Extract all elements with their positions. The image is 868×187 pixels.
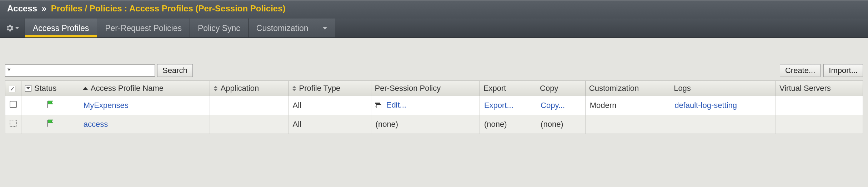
tab-label: Access Profiles	[33, 24, 89, 33]
profile-type-cell: All	[293, 101, 301, 110]
create-button[interactable]: Create...	[780, 64, 821, 77]
profiles-table: Status Access Profile Name Application P…	[5, 80, 863, 134]
col-label: Status	[34, 84, 56, 93]
gear-menu[interactable]	[0, 19, 25, 37]
tab-customization[interactable]: Customization	[249, 19, 335, 37]
svg-rect-4	[376, 104, 381, 105]
col-name[interactable]: Access Profile Name	[79, 81, 210, 96]
breadcrumb-section: Access	[7, 4, 37, 13]
tab-access-profiles[interactable]: Access Profiles	[25, 19, 97, 37]
import-button[interactable]: Import...	[823, 64, 863, 77]
header-row: Status Access Profile Name Application P…	[5, 81, 863, 96]
logs-link[interactable]: default-log-setting	[674, 101, 737, 110]
filter-dropdown-icon	[25, 85, 31, 92]
col-export[interactable]: Export	[480, 81, 536, 96]
gear-icon	[6, 24, 14, 32]
col-profile-type[interactable]: Profile Type	[288, 81, 371, 96]
sort-asc-icon	[83, 87, 88, 90]
chevron-down-icon	[15, 27, 19, 29]
col-virtual-servers[interactable]: Virtual Servers	[776, 81, 863, 96]
export-cell: (none)	[484, 120, 507, 129]
col-label: Copy	[540, 84, 558, 93]
svg-rect-2	[375, 103, 380, 104]
row-checkbox-disabled	[10, 120, 17, 127]
col-copy[interactable]: Copy	[536, 81, 586, 96]
col-label: Profile Type	[299, 84, 341, 93]
col-label: Customization	[589, 84, 639, 93]
export-link[interactable]: Export...	[484, 101, 513, 110]
breadcrumb-path: Profiles / Policies : Access Profiles (P…	[51, 4, 286, 13]
col-label: Application	[221, 84, 259, 93]
top-bar: Access » Profiles / Policies : Access Pr…	[0, 0, 868, 38]
sort-icon	[214, 86, 218, 91]
col-logs[interactable]: Logs	[670, 81, 776, 96]
edit-link[interactable]: Edit...	[386, 100, 406, 109]
customization-cell: Modern	[590, 101, 617, 110]
tab-per-request-policies[interactable]: Per-Request Policies	[97, 19, 190, 37]
tab-label: Customization	[256, 24, 308, 33]
flag-icon	[45, 100, 55, 111]
chevron-down-icon	[323, 27, 327, 30]
sort-icon	[292, 86, 296, 91]
row-checkbox[interactable]	[10, 101, 17, 108]
breadcrumb: Access » Profiles / Policies : Access Pr…	[0, 1, 868, 19]
copy-link[interactable]: Copy...	[541, 101, 565, 110]
profile-name-link[interactable]: MyExpenses	[84, 101, 129, 110]
tab-label: Policy Sync	[198, 24, 240, 33]
tab-label: Per-Request Policies	[105, 24, 182, 33]
table-row: access All (none) (none) (none)	[5, 115, 863, 134]
flag-icon	[45, 119, 55, 130]
col-checkbox[interactable]	[5, 81, 21, 96]
search-button[interactable]: Search	[157, 64, 193, 77]
copy-cell: (none)	[541, 120, 563, 129]
window-icon	[375, 101, 381, 110]
breadcrumb-separator: »	[42, 4, 46, 13]
col-label: Per-Session Policy	[375, 84, 441, 93]
search-input[interactable]	[5, 64, 155, 77]
per-session-cell-highlighted: Edit...	[371, 96, 480, 115]
col-label: Logs	[674, 84, 691, 93]
table-row: MyExpenses All Edit... Export... Copy...…	[5, 96, 863, 115]
col-label: Virtual Servers	[779, 84, 831, 93]
col-status[interactable]: Status	[21, 81, 79, 96]
tabs-row: Access Profiles Per-Request Policies Pol…	[0, 19, 868, 37]
col-label: Access Profile Name	[91, 84, 164, 93]
checkbox-icon	[9, 86, 15, 92]
tab-policy-sync[interactable]: Policy Sync	[190, 19, 249, 37]
per-session-cell: (none)	[376, 120, 398, 129]
col-label: Export	[483, 84, 506, 93]
col-per-session[interactable]: Per-Session Policy	[371, 81, 480, 96]
col-application[interactable]: Application	[210, 81, 288, 96]
profile-type-cell: All	[293, 120, 301, 129]
profile-name-link[interactable]: access	[84, 120, 108, 129]
col-customization[interactable]: Customization	[585, 81, 670, 96]
toolbar: Search Create... Import...	[0, 38, 868, 80]
